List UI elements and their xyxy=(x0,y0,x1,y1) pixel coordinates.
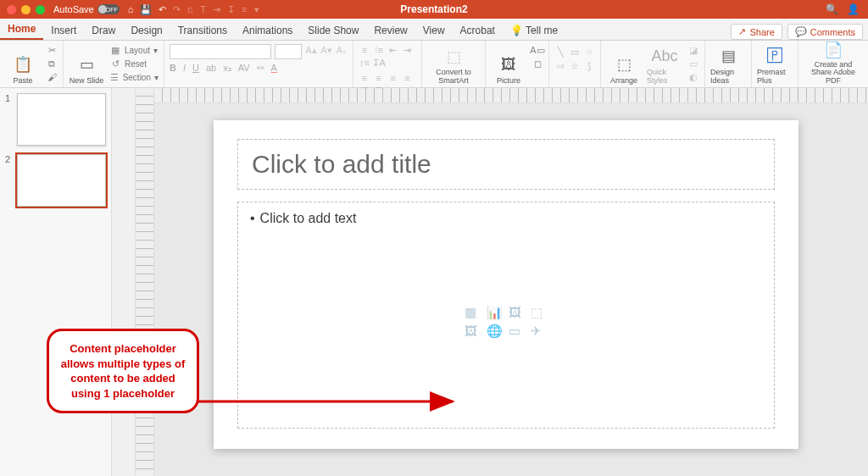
shape-effects-icon[interactable]: ◐ xyxy=(687,71,699,83)
undo-icon[interactable]: ↶ xyxy=(159,4,166,15)
content-placeholder-icons: ▦ 📊 🖼 ⬚ 🖼 🌐 ▭ ✈ xyxy=(465,305,548,339)
tab-design[interactable]: Design xyxy=(123,21,170,40)
tab-view[interactable]: View xyxy=(415,21,453,40)
reset-button[interactable]: ↺Reset xyxy=(109,58,159,69)
shrink-font-icon[interactable]: A▾ xyxy=(320,44,332,56)
shape-oval-icon[interactable]: ○ xyxy=(583,46,595,58)
text-direction-icon[interactable]: ↧A xyxy=(373,57,385,69)
tab-transitions[interactable]: Transitions xyxy=(170,21,235,40)
font-color-icon[interactable]: A xyxy=(271,63,277,74)
tab-draw[interactable]: Draw xyxy=(84,21,123,40)
thumbnail-2[interactable]: 2 xyxy=(5,154,106,207)
shape-rect-icon[interactable]: ▭ xyxy=(569,46,581,58)
arrange-icon: ⬚ xyxy=(613,53,635,75)
insert-3d-icon[interactable]: ⬚ xyxy=(531,305,548,320)
share-button[interactable]: ↗Share xyxy=(731,24,782,40)
arrange-group: ⬚ Arrange Abc Quick Styles ◪ ▭ ◐ xyxy=(601,41,705,87)
tab-acrobat[interactable]: Acrobat xyxy=(453,21,503,40)
format-painter-icon[interactable]: 🖌 xyxy=(46,71,58,83)
autosave-toggle[interactable]: OFF xyxy=(97,4,120,14)
insert-picture-icon[interactable]: 🖼 xyxy=(465,324,481,339)
shape-arrow-icon[interactable]: ⇨ xyxy=(554,60,566,72)
bullet-icon: • xyxy=(250,211,255,226)
thumbnail-1-preview[interactable] xyxy=(17,93,106,146)
maximize-window-button[interactable] xyxy=(36,5,45,14)
close-window-button[interactable] xyxy=(7,5,16,14)
shape-fill-icon[interactable]: ◪ xyxy=(687,44,699,56)
shape-curve-icon[interactable]: ⟆ xyxy=(583,60,595,72)
indent-right-icon[interactable]: ⇥ xyxy=(401,45,413,57)
premast-group: 🄿 Premast Plus xyxy=(752,41,798,87)
insert-chart-icon[interactable]: 📊 xyxy=(487,305,504,320)
clear-format-icon[interactable]: Aₓ xyxy=(336,44,348,56)
grow-font-icon[interactable]: A▴ xyxy=(305,44,317,56)
arrange-button[interactable]: ⬚ Arrange xyxy=(606,44,642,85)
save-icon[interactable]: 💾 xyxy=(140,4,152,15)
annotation-callout: Content placeholder allows multiple type… xyxy=(47,329,199,413)
subscript-icon[interactable]: x₂ xyxy=(223,63,231,74)
premast-button[interactable]: 🄿 Premast Plus xyxy=(757,44,793,85)
tab-animations[interactable]: Animations xyxy=(235,21,300,40)
autosave-control[interactable]: AutoSave OFF xyxy=(53,4,120,14)
minimize-window-button[interactable] xyxy=(21,5,31,14)
user-icon[interactable]: 👤 xyxy=(847,3,860,15)
picture-button[interactable]: 🖼 Picture xyxy=(491,44,526,85)
numbering-icon[interactable]: ⁝≡ xyxy=(373,45,385,57)
title-placeholder[interactable]: Click to add title xyxy=(237,139,775,190)
layout-icon: ▦ xyxy=(109,44,121,56)
align-center-icon[interactable]: ≡ xyxy=(373,72,385,84)
qat-disabled-2: T xyxy=(200,4,206,15)
insert-online-pic-icon[interactable]: 🌐 xyxy=(487,324,504,339)
align-left-icon[interactable]: ≡ xyxy=(359,72,370,84)
highlight-icon[interactable]: ✏ xyxy=(257,63,264,74)
italic-icon[interactable]: I xyxy=(183,63,186,74)
tell-me[interactable]: 💡 Tell me xyxy=(503,21,565,40)
cut-icon[interactable]: ✂ xyxy=(46,44,58,56)
bullets-icon[interactable]: ≡ xyxy=(359,44,370,56)
underline-icon[interactable]: U xyxy=(192,63,199,74)
shape-star-icon[interactable]: ☆ xyxy=(569,60,581,72)
clipboard-group: 📋 Paste ✂ ⧉ 🖌 xyxy=(0,41,64,87)
tab-insert[interactable]: Insert xyxy=(43,21,84,40)
line-spacing-icon[interactable]: ↕≡ xyxy=(359,57,370,69)
tab-review[interactable]: Review xyxy=(366,21,415,40)
insert-table-icon[interactable]: ▦ xyxy=(465,305,481,320)
convert-smartart-button[interactable]: ⬚ Convert to SmartArt xyxy=(427,44,480,85)
av-icon[interactable]: AV xyxy=(238,63,250,74)
bold-icon[interactable]: B xyxy=(170,63,176,74)
thumbnail-2-preview[interactable] xyxy=(17,154,106,207)
shape-outline-icon[interactable]: ▭ xyxy=(687,58,699,69)
tab-slide-show[interactable]: Slide Show xyxy=(300,21,366,40)
insert-icon-icon[interactable]: ✈ xyxy=(531,324,548,339)
align-right-icon[interactable]: ≡ xyxy=(387,72,399,84)
layout-button[interactable]: ▦Layout▾ xyxy=(109,44,159,56)
content-bullet[interactable]: • Click to add text xyxy=(250,211,762,226)
shapes-icon[interactable]: ◻ xyxy=(531,58,543,69)
search-icon[interactable]: 🔍 xyxy=(826,3,838,15)
premast-icon: 🄿 xyxy=(764,45,786,67)
insert-video-icon[interactable]: ▭ xyxy=(509,324,526,339)
new-slide-button[interactable]: ▭ New Slide xyxy=(69,44,104,85)
insert-smartart-icon[interactable]: 🖼 xyxy=(509,305,526,320)
font-size-input[interactable] xyxy=(275,44,302,59)
copy-icon[interactable]: ⧉ xyxy=(46,58,58,69)
design-ideas-button[interactable]: ▤ Design Ideas xyxy=(710,44,746,85)
outline-collapse-pane[interactable] xyxy=(112,88,136,476)
quick-styles-button[interactable]: Abc Quick Styles xyxy=(647,44,682,85)
strike-icon[interactable]: ab xyxy=(206,63,216,74)
thumbnail-pane[interactable]: 1 2 xyxy=(0,88,112,476)
thumbnail-1[interactable]: 1 xyxy=(5,93,106,146)
font-name-input[interactable] xyxy=(170,44,271,59)
indent-left-icon[interactable]: ⇤ xyxy=(387,45,399,57)
textbox-icon[interactable]: A▭ xyxy=(531,44,543,56)
redo-icon[interactable]: ↷ xyxy=(173,4,181,15)
tab-home[interactable]: Home xyxy=(0,19,43,40)
paste-button[interactable]: 📋 Paste xyxy=(5,44,41,85)
adobe-pdf-button[interactable]: 📄 Create and Share Adobe PDF xyxy=(804,44,863,85)
comments-button[interactable]: 💬Comments xyxy=(787,24,863,40)
shape-line-icon[interactable]: ╲ xyxy=(554,46,566,58)
canvas[interactable]: Click to add title • Click to add text ▦… xyxy=(154,103,868,476)
home-icon[interactable]: ⌂ xyxy=(128,4,134,15)
section-button[interactable]: ☰Section▾ xyxy=(109,71,159,83)
justify-icon[interactable]: ≡ xyxy=(401,72,413,84)
